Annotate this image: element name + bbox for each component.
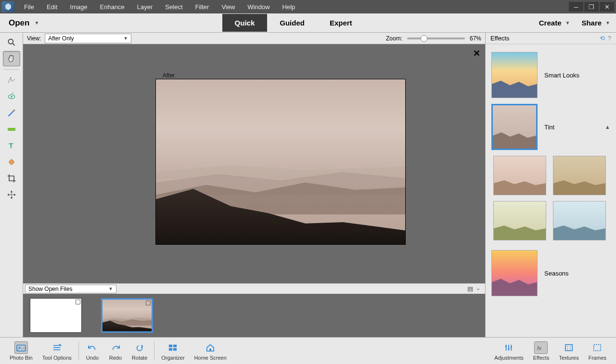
hand-tool[interactable] [3,51,20,66]
tool-options-label: Tool Options [42,355,72,361]
photo-preview[interactable] [155,79,406,245]
share-button[interactable]: Share ▼ [581,19,610,27]
menu-select[interactable]: Select [159,1,188,13]
menu-window[interactable]: Window [242,1,275,13]
caret-down-icon: ▼ [108,286,113,291]
create-button[interactable]: Create ▼ [539,19,570,27]
menu-view[interactable]: View [216,1,241,13]
svg-rect-32 [565,344,572,351]
zoom-thumb[interactable] [421,35,427,42]
tint-variant-2[interactable] [553,156,606,195]
tab-expert[interactable]: Expert [317,14,365,32]
svg-point-19 [137,345,142,351]
svg-rect-24 [209,348,211,351]
svg-point-0 [8,39,13,44]
close-button[interactable]: ✕ [600,2,614,12]
bin-select[interactable]: Show Open Files ▼ [25,285,116,293]
textures-button[interactable]: Textures [554,341,584,361]
collapse-icon[interactable]: ▲ [605,124,610,130]
adjustments-label: Adjustments [494,355,524,361]
svg-point-28 [508,348,510,350]
photo-bin-button[interactable]: Photo Bin [5,341,38,361]
bin-menu-icon[interactable]: ▤ [467,285,473,292]
caret-down-icon: ▼ [34,20,39,25]
zoom-tool[interactable] [3,35,20,50]
menu-enhance[interactable]: Enhance [94,1,130,13]
undo-button[interactable]: Undo [81,341,104,361]
straighten-tool[interactable] [3,122,20,137]
bin-collapse-icon[interactable]: ⌄ [476,285,480,292]
frames-button[interactable]: Frames [584,341,611,361]
svg-point-6 [13,110,15,111]
share-label: Share [581,19,602,27]
bin-thumb-2[interactable] [101,298,153,333]
undo-label: Undo [86,355,99,361]
tool-options-button[interactable]: Tool Options [38,341,77,361]
reset-icon[interactable]: ⟲ [600,35,605,42]
svg-point-36 [570,348,571,349]
bin-select-value: Show Open Files [28,286,72,292]
minimize-button[interactable]: ─ [569,2,583,12]
smart-looks-thumb[interactable] [491,52,538,98]
tint-label: Tint [544,124,554,131]
svg-point-26 [505,345,507,347]
view-select[interactable]: After Only ▼ [45,34,131,43]
crop-tool[interactable] [3,171,20,186]
seasons-thumb[interactable] [491,250,538,296]
move-tool[interactable] [3,187,20,202]
effects-header: Effects ⟲ ? [486,33,616,44]
rotate-button[interactable]: Rotate [127,341,152,361]
seasons-label: Seasons [544,270,569,277]
svg-rect-20 [169,344,172,347]
after-label: After [163,72,175,79]
redo-label: Redo [109,355,122,361]
close-document-button[interactable]: ✕ [473,48,480,59]
menu-image[interactable]: Image [64,1,93,13]
app-logo-icon [2,1,14,12]
view-value: After Only [48,35,74,42]
svg-point-33 [567,346,568,347]
menu-filter[interactable]: Filter [190,1,215,13]
svg-point-3 [11,96,12,97]
bin-thumb-1[interactable] [30,298,82,333]
spot-heal-tool[interactable] [3,154,20,170]
effect-category-smart-looks[interactable]: Smart Looks [489,49,612,101]
open-button[interactable]: Open ▼ [0,18,48,28]
effect-category-seasons[interactable]: Seasons [489,247,612,299]
caret-down-icon: ▼ [565,20,570,25]
tint-variant-3[interactable] [493,201,546,240]
tint-variant-4[interactable] [553,201,606,240]
photo-bin-bar: Show Open Files ▼ ▤ ⌄ [23,283,485,294]
eye-tool[interactable] [3,89,20,104]
effect-category-tint[interactable]: Tint ▲ [489,101,612,153]
quick-select-tool[interactable] [3,73,20,88]
tab-quick[interactable]: Quick [222,14,268,32]
organizer-button[interactable]: Organizer [156,341,189,361]
maximize-button[interactable]: ❐ [584,2,599,12]
menu-help[interactable]: Help [277,1,301,13]
home-screen-button[interactable]: Home Screen [190,341,231,361]
view-label: View: [27,35,41,42]
textures-label: Textures [559,355,579,361]
menu-file[interactable]: File [18,1,40,13]
tint-variant-1[interactable] [493,156,546,195]
menu-bar: File Edit Image Enhance Layer Select Fil… [0,0,616,13]
svg-rect-21 [173,344,177,347]
type-tool[interactable]: T [3,138,20,153]
help-icon[interactable]: ? [608,35,611,42]
whiten-teeth-tool[interactable] [3,105,20,121]
effects-button[interactable]: fx Effects [528,341,554,361]
svg-text:fx: fx [537,344,542,351]
svg-line-1 [13,44,14,46]
menu-layer[interactable]: Layer [131,1,159,13]
tab-guided[interactable]: Guided [267,14,317,32]
menu-edit[interactable]: Edit [41,1,63,13]
menu-items: File Edit Image Enhance Layer Select Fil… [18,1,569,13]
zoom-slider[interactable] [407,38,465,39]
tint-thumb[interactable] [491,104,538,150]
adjustments-button[interactable]: Adjustments [489,341,528,361]
main-area: T View: After Only ▼ Zoom: 67% [0,33,616,337]
mode-bar: Open ▼ Quick Guided Expert Create ▼ Shar… [0,13,616,33]
redo-button[interactable]: Redo [104,341,127,361]
effects-panel: Effects ⟲ ? Smart Looks Tint ▲ [485,33,616,337]
